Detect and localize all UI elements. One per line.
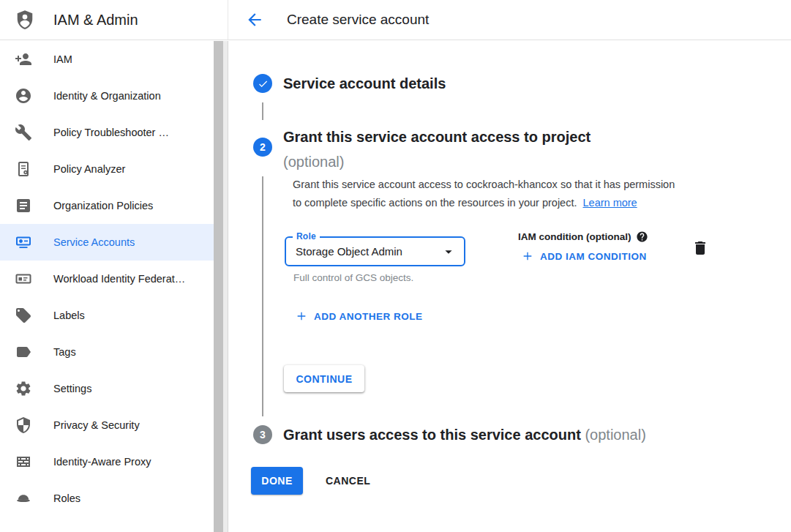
step2-number: 2 — [260, 141, 266, 153]
sidebar-item-label: Policy Analyzer — [53, 163, 125, 175]
done-button[interactable]: DONE — [251, 467, 303, 495]
iam-condition-header: IAM condition (optional) — [518, 231, 648, 243]
plus-icon — [296, 310, 307, 322]
page-title: Create service account — [287, 12, 429, 28]
step3-title-text: Grant users access to this service accou… — [283, 427, 581, 443]
role-helper-text: Full control of GCS objects. — [293, 272, 413, 283]
iam-admin-shield-logo-icon — [14, 8, 36, 31]
sidebar-item-label: Organization Policies — [53, 200, 153, 211]
sidebar-item-label: Roles — [53, 492, 80, 504]
sidebar-item-label: Labels — [53, 310, 85, 321]
sidebar-item-label: Tags — [53, 346, 76, 358]
sidebar-item-tags[interactable]: Tags — [0, 334, 214, 370]
account-circle-icon — [15, 87, 32, 105]
page-header: Create service account — [228, 0, 791, 40]
sidebar-scrollbar-track — [214, 41, 228, 532]
label-tag-icon — [15, 307, 32, 324]
sidebar-item-label: Identity-Aware Proxy — [53, 456, 151, 468]
sidebar-item-label: Privacy & Security — [53, 419, 140, 431]
description-line1: Grant this service account access to coc… — [293, 176, 732, 194]
step3-number: 3 — [260, 429, 266, 441]
delete-role-trash-icon[interactable] — [691, 239, 710, 258]
hat-icon — [15, 490, 32, 507]
step2-optional-label: (optional) — [283, 149, 591, 174]
create-service-account-form: Service account details 2 Grant this ser… — [229, 41, 791, 532]
sidebar-item-label: Policy Troubleshooter … — [53, 127, 169, 138]
sidebar-item-identity-organization[interactable]: Identity & Organization — [0, 78, 214, 114]
description-line2: to complete specific actions on the reso… — [293, 197, 577, 209]
step3-number-badge: 3 — [253, 425, 272, 444]
sidebar-item-policy-troubleshooter[interactable]: Policy Troubleshooter … — [0, 114, 214, 151]
sidebar-item-label: Settings — [53, 383, 91, 394]
step1-check-icon — [253, 74, 272, 93]
plus-icon — [522, 250, 533, 262]
sidebar-item-workload-identity-federation[interactable]: Workload Identity Federat… — [0, 261, 214, 297]
sidebar-item-iam[interactable]: IAM — [0, 41, 214, 78]
back-arrow-icon[interactable] — [245, 10, 264, 29]
step3-title[interactable]: Grant users access to this service accou… — [283, 425, 646, 445]
step3-optional-text: (optional) — [585, 427, 645, 443]
sidebar-item-label: Identity & Organization — [53, 90, 161, 102]
step-connector-line — [262, 102, 263, 120]
add-iam-condition-button[interactable]: ADD IAM CONDITION — [522, 250, 647, 262]
sidebar-item-label: Workload Identity Federat… — [53, 273, 185, 285]
step2-number-badge: 2 — [253, 138, 272, 157]
service-account-icon — [15, 233, 32, 251]
chevron-down-icon — [441, 244, 457, 260]
sidebar-scrollbar-thumb[interactable] — [214, 41, 223, 532]
step1-title[interactable]: Service account details — [283, 74, 446, 94]
badge-card-icon — [15, 270, 32, 288]
add-another-role-label: ADD ANOTHER ROLE — [314, 311, 423, 322]
sidebar-item-label: Service Accounts — [53, 236, 135, 248]
sidebar-item-settings[interactable]: Settings — [0, 370, 214, 407]
iam-condition-label: IAM condition (optional) — [518, 231, 631, 242]
help-icon[interactable] — [636, 231, 648, 243]
sidebar-header: IAM & Admin — [0, 0, 228, 40]
sidebar-item-privacy-security[interactable]: Privacy & Security — [0, 407, 214, 443]
step2-title: Grant this service account access to pro… — [283, 124, 591, 174]
sidebar-item-organization-policies[interactable]: Organization Policies — [0, 187, 214, 224]
step2-title-text: Grant this service account access to pro… — [283, 129, 591, 145]
document-gear-icon — [15, 160, 32, 178]
striped-square-icon — [15, 453, 32, 471]
cancel-button[interactable]: CANCEL — [313, 467, 383, 495]
step3-optional-label: (optional) — [585, 427, 645, 443]
sidebar-item-label: IAM — [53, 53, 72, 65]
app-title: IAM & Admin — [53, 12, 138, 29]
learn-more-link[interactable]: Learn more — [583, 197, 637, 209]
article-icon — [15, 197, 32, 214]
sidebar-item-roles[interactable]: Roles — [0, 480, 214, 517]
role-select[interactable]: Role Storage Object Admin — [285, 236, 465, 266]
gear-icon — [15, 380, 32, 397]
sidebar-nav: IAM Identity & Organization Policy Troub… — [0, 41, 214, 532]
wrench-icon — [15, 124, 32, 141]
sidebar-item-identity-aware-proxy[interactable]: Identity-Aware Proxy — [0, 443, 214, 480]
step-connector-line — [262, 176, 263, 416]
shield-icon — [15, 416, 32, 434]
add-another-role-button[interactable]: ADD ANOTHER ROLE — [296, 310, 423, 322]
tag-arrow-icon — [15, 343, 32, 361]
continue-button[interactable]: CONTINUE — [284, 365, 364, 392]
person-add-icon — [15, 50, 32, 68]
step2-description: Grant this service account access to coc… — [293, 176, 732, 212]
sidebar-item-service-accounts[interactable]: Service Accounts — [0, 224, 214, 261]
role-selected-value: Storage Object Admin — [296, 238, 402, 265]
sidebar-item-labels[interactable]: Labels — [0, 297, 214, 334]
add-iam-condition-label: ADD IAM CONDITION — [540, 251, 647, 262]
sidebar-item-policy-analyzer[interactable]: Policy Analyzer — [0, 151, 214, 187]
